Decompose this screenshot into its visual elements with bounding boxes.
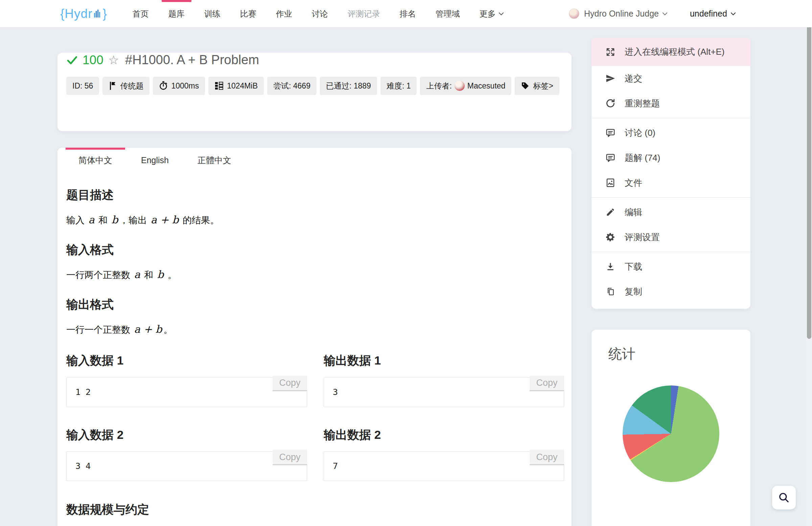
download-icon — [605, 262, 616, 271]
nav-item-training[interactable]: 训练 — [194, 0, 230, 27]
nav-item-homework[interactable]: 作业 — [266, 0, 302, 27]
sample-output-1-heading: 输出数据 1 — [324, 353, 564, 368]
section-heading-output-format: 输出格式 — [66, 297, 563, 312]
nav-item-contests[interactable]: 比赛 — [230, 0, 266, 27]
nav-item-domain-manage[interactable]: 管理域 — [426, 0, 470, 27]
nav-item-discussion[interactable]: 讨论 — [302, 0, 338, 27]
scrollbar-track[interactable] — [806, 0, 812, 526]
sidebar-item-files[interactable]: 文件 — [592, 170, 751, 195]
chevron-down-icon — [730, 12, 736, 16]
output-format-paragraph: 一行一个正整数 a + b。 — [66, 322, 563, 337]
sample-output-2-box: 7 Copy — [324, 451, 564, 481]
copy-button[interactable]: Copy — [530, 376, 564, 391]
nav-item-ranking[interactable]: 排名 — [390, 0, 426, 27]
chevron-down-icon — [498, 12, 504, 16]
domain-selector[interactable]: Hydro Online Judge — [584, 9, 668, 19]
nav-item-home[interactable]: 首页 — [123, 0, 159, 27]
chevron-down-icon — [662, 12, 668, 16]
badge-type: 传统题 — [102, 77, 149, 95]
statement-card: 简体中文 English 正體中文 题目描述 输入 a 和 b，输出 a + b… — [58, 148, 571, 526]
nav-menu: 首页 题库 训练 比赛 作业 讨论 评测记录 排名 管理域 更多 — [123, 0, 514, 27]
logo-text-prefix: {Hydr — [60, 7, 92, 21]
star-icon[interactable]: ☆ — [108, 54, 119, 66]
tab-zh-tw[interactable]: 正體中文 — [185, 148, 244, 172]
sidebar-item-edit[interactable]: 编辑 — [592, 200, 751, 225]
user-menu[interactable]: undefined — [690, 9, 736, 19]
description-paragraph: 输入 a 和 b，输出 a + b 的结果。 — [66, 212, 563, 227]
badge-uploader[interactable]: 上传者: Macesuted — [420, 77, 511, 95]
stats-heading: 统计 — [592, 330, 751, 363]
problem-header-card: 100 ☆ #H1000. A + B Problem ID: 56 传统题 — [58, 53, 571, 131]
sample-input-2-heading: 输入数据 2 — [66, 427, 307, 442]
sample-input-1-box: 1 2 Copy — [66, 377, 307, 407]
pencil-icon — [605, 207, 616, 217]
sidebar-item-copy[interactable]: 复制 — [592, 279, 751, 304]
copy-icon — [605, 287, 616, 296]
accepted-check-icon — [66, 55, 78, 66]
sidebar-item-judge-settings[interactable]: 评测设置 — [592, 225, 751, 250]
comment-icon — [605, 153, 616, 163]
refresh-icon — [605, 98, 616, 108]
sidebar-item-rejudge[interactable]: 重测整题 — [592, 91, 751, 116]
badge-tags[interactable]: 标签> — [515, 77, 559, 95]
badge-difficulty: 难度: 1 — [380, 77, 417, 95]
score-label: 100 — [83, 53, 103, 67]
divider — [592, 118, 751, 118]
memory-icon — [214, 81, 223, 90]
sample-output-1-value: 3 — [333, 387, 338, 397]
stats-card: 统计 — [592, 330, 751, 526]
sidebar-item-submit[interactable]: 递交 — [592, 66, 751, 91]
hydro-drop-icon — [93, 9, 102, 19]
sidebar-item-solutions[interactable]: 题解 (74) — [592, 145, 751, 170]
nav-item-problems[interactable]: 题库 — [159, 0, 194, 27]
sample-output-2-value: 7 — [333, 461, 338, 471]
page-title: #H1000. A + B Problem — [125, 53, 259, 67]
copy-button[interactable]: Copy — [273, 376, 307, 391]
sample-input-2-box: 3 4 Copy — [66, 451, 307, 481]
statement-content: 题目描述 输入 a 和 b，输出 a + b 的结果。 输入格式 一行两个正整数… — [66, 187, 563, 526]
tab-english[interactable]: English — [125, 148, 185, 172]
scrollbar-thumb[interactable] — [807, 1, 811, 339]
badge-attempts: 尝试: 4669 — [267, 77, 317, 95]
divider — [592, 252, 751, 252]
sidebar-item-online-coding[interactable]: 进入在线编程模式 (Alt+E) — [592, 38, 751, 66]
hydro-logo[interactable]: {Hydr } — [60, 7, 107, 21]
sidebar-item-download[interactable]: 下载 — [592, 254, 751, 279]
paper-plane-icon — [605, 73, 616, 84]
badge-row: ID: 56 传统题 1000ms — [66, 77, 563, 95]
expand-icon — [605, 47, 616, 57]
nav-item-records[interactable]: 评测记录 — [338, 0, 390, 27]
section-heading-constraints: 数据规模与约定 — [66, 502, 563, 517]
navbar: {Hydr } 首页 题库 训练 比赛 作业 讨论 评测记录 排名 管理域 更 — [0, 0, 812, 27]
language-tabs: 简体中文 English 正體中文 — [58, 148, 571, 172]
copy-button[interactable]: Copy — [530, 450, 564, 465]
sample-input-1-heading: 输入数据 1 — [66, 353, 307, 368]
nav-item-more[interactable]: 更多 — [470, 0, 514, 27]
search-button[interactable] — [772, 486, 796, 509]
file-image-icon — [605, 178, 616, 188]
badge-id: ID: 56 — [66, 77, 99, 95]
tab-zh-cn[interactable]: 简体中文 — [66, 148, 125, 172]
submission-stats-pie-chart[interactable] — [623, 386, 719, 482]
copy-button[interactable]: Copy — [273, 450, 307, 465]
sidebar-item-discussions[interactable]: 讨论 (0) — [592, 120, 751, 145]
stopwatch-icon — [159, 81, 168, 91]
input-format-paragraph: 一行两个正整数 a 和 b 。 — [66, 267, 563, 282]
divider — [592, 197, 751, 198]
sample-output-1-box: 3 Copy — [324, 377, 564, 407]
action-sidebar: 进入在线编程模式 (Alt+E) 递交 重测整题 讨论 (0) — [592, 38, 751, 309]
sample-output-2-heading: 输出数据 2 — [324, 427, 564, 442]
tag-icon — [521, 81, 530, 90]
sample-input-2-value: 3 4 — [75, 461, 91, 471]
sample-input-1-value: 1 2 — [75, 387, 91, 397]
uploader-avatar — [454, 81, 465, 91]
search-icon — [778, 492, 790, 504]
badge-time-limit: 1000ms — [153, 77, 205, 95]
section-heading-input-format: 输入格式 — [66, 242, 563, 257]
comment-icon — [605, 128, 616, 138]
gear-icon — [605, 232, 616, 242]
badge-memory-limit: 1024MiB — [208, 77, 264, 95]
logo-text-suffix: } — [102, 7, 107, 21]
section-heading-description: 题目描述 — [66, 187, 563, 202]
domain-avatar — [569, 9, 579, 19]
